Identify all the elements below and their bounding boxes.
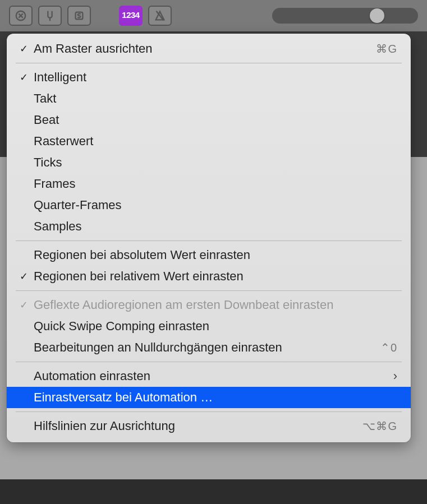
checkmark-icon: ✓ <box>20 43 28 55</box>
menu-item-shortcut: ⌃0 <box>380 341 397 354</box>
menu-separator <box>16 290 402 291</box>
menu-item-takt[interactable]: Takt <box>7 88 411 109</box>
menu-item-label: Rasterwert <box>34 134 397 149</box>
toolbar: 1234 <box>0 0 427 31</box>
menu-item-shortcut: ⌘G <box>376 42 397 56</box>
menu-item-label: Automation einrasten <box>34 369 393 383</box>
toolbar-button-tuning-fork[interactable] <box>38 6 62 26</box>
checkmark-icon: ✓ <box>20 299 28 311</box>
menu-item-automation-snap[interactable]: Automation einrasten › <box>7 366 411 387</box>
menu-separator <box>16 63 402 63</box>
menu-item-label: Intelligent <box>34 70 397 85</box>
menu-item-frames[interactable]: Frames <box>7 173 411 195</box>
menu-item-intelligent[interactable]: ✓ Intelligent <box>7 67 411 88</box>
menu-item-label: Hilfslinien zur Ausrichtung <box>34 419 362 433</box>
menu-item-snap-to-grid[interactable]: ✓ Am Raster ausrichten ⌘G <box>7 38 411 59</box>
submenu-arrow-icon: › <box>393 369 397 383</box>
menu-item-label: Beat <box>34 113 397 127</box>
toolbar-slider[interactable] <box>272 8 418 24</box>
menu-item-ticks[interactable]: Ticks <box>7 152 411 173</box>
menu-item-samples[interactable]: Samples <box>7 216 411 237</box>
toolbar-button-triangle-off[interactable] <box>148 6 172 26</box>
toolbar-button-s[interactable] <box>67 6 91 26</box>
menu-item-label: Quarter-Frames <box>34 198 397 212</box>
menu-item-label: Geflexte Audioregionen am ersten Downbea… <box>34 298 397 312</box>
menu-item-quarter-frames[interactable]: Quarter-Frames <box>7 195 411 216</box>
menu-item-rasterwert[interactable]: Rasterwert <box>7 131 411 152</box>
menu-item-regions-relative[interactable]: ✓ Regionen bei relativem Wert einrasten <box>7 266 411 287</box>
snap-dropdown-menu: ✓ Am Raster ausrichten ⌘G ✓ Intelligent … <box>7 34 411 442</box>
menu-item-label: Samples <box>34 219 397 234</box>
menu-item-label: Regionen bei relativem Wert einrasten <box>34 269 397 284</box>
background-bottom <box>0 479 427 504</box>
menu-item-label: Regionen bei absolutem Wert einrasten <box>34 248 397 262</box>
menu-item-beat[interactable]: Beat <box>7 109 411 131</box>
menu-item-zero-crossings[interactable]: Bearbeitungen an Nulldurchgängen einrast… <box>7 337 411 358</box>
check-slot: ✓ <box>13 43 34 55</box>
toolbar-button-numeric[interactable]: 1234 <box>119 6 143 26</box>
menu-item-label: Am Raster ausrichten <box>34 41 376 56</box>
menu-separator <box>16 411 402 412</box>
menu-item-alignment-guides[interactable]: Hilfslinien zur Ausrichtung ⌥⌘G <box>7 415 411 437</box>
toolbar-button-close[interactable] <box>9 6 33 26</box>
checkmark-icon: ✓ <box>20 270 28 283</box>
menu-item-quick-swipe-comping[interactable]: Quick Swipe Comping einrasten <box>7 316 411 337</box>
menu-separator <box>16 362 402 362</box>
menu-item-flexed-audio-downbeat: ✓ Geflexte Audioregionen am ersten Downb… <box>7 294 411 316</box>
toolbar-numeric-label: 1234 <box>122 10 139 20</box>
menu-item-label: Bearbeitungen an Nulldurchgängen einrast… <box>34 340 380 355</box>
menu-item-label: Einrastversatz bei Automation … <box>34 390 397 405</box>
menu-item-label: Quick Swipe Comping einrasten <box>34 319 397 334</box>
toolbar-slider-knob[interactable] <box>370 8 384 23</box>
checkmark-icon: ✓ <box>20 71 28 84</box>
menu-item-label: Ticks <box>34 155 397 170</box>
menu-item-automation-snap-offset[interactable]: Einrastversatz bei Automation … <box>7 387 411 408</box>
menu-item-label: Takt <box>34 91 397 106</box>
menu-item-shortcut: ⌥⌘G <box>362 419 397 433</box>
menu-separator <box>16 241 402 241</box>
menu-item-regions-absolute[interactable]: Regionen bei absolutem Wert einrasten <box>7 244 411 266</box>
menu-item-label: Frames <box>34 177 397 191</box>
